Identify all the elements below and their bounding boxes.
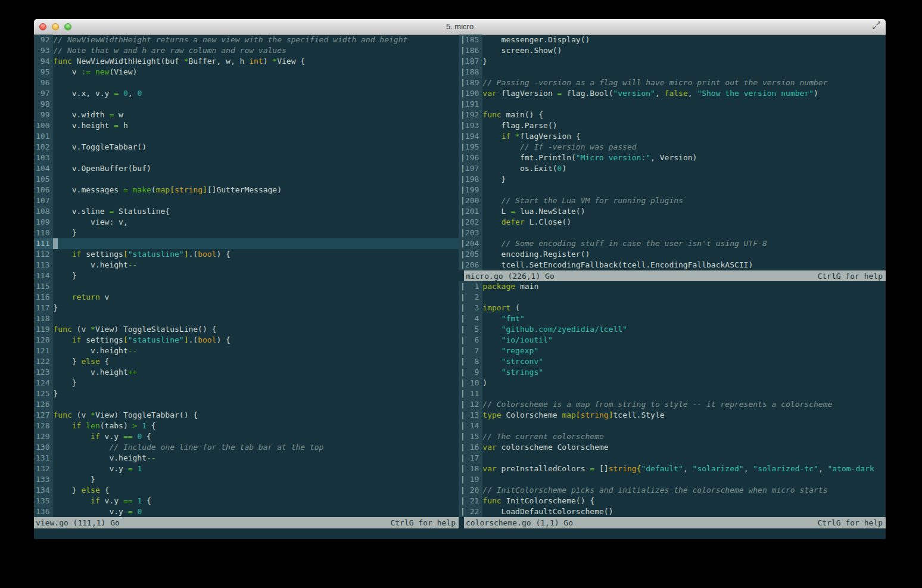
code-line[interactable]: |197 os.Exit(0) [459,163,886,174]
code-line[interactable]: 103 [34,153,459,163]
window-titlebar[interactable]: 5. micro ↗ ↙ [34,19,886,35]
code-line[interactable]: |188 [459,67,886,77]
editor-pane-micro-go[interactable]: |185 messenger.Display()|186 screen.Show… [459,35,886,270]
code-line[interactable]: 132 v.y = 1 [34,463,459,474]
code-line[interactable]: | 15// The current colorscheme [459,431,886,442]
code-line[interactable]: |206 tcell.SetEncodingFallback(tcell.Enc… [459,260,886,270]
code-line[interactable]: 126 [34,399,459,410]
code-line[interactable]: 104 v.OpenBuffer(buf) [34,163,459,174]
code-line[interactable]: 135 if v.y == 1 { [34,496,459,506]
code-line[interactable]: |204 // Some encoding stuff in case the … [459,238,886,249]
code-line[interactable]: | 7 "regexp" [459,346,886,356]
code-line[interactable]: |194 if *flagVersion { [459,131,886,142]
code-line[interactable]: | 10) [459,378,886,388]
token [482,357,501,366]
resize-arrows-icon[interactable]: ↗ ↙ [870,20,881,30]
code-line[interactable]: | 5 "github.com/zyedidia/tcell" [459,324,886,335]
code-line[interactable]: |190var flagVersion = flag.Bool("version… [459,88,886,99]
code-line[interactable]: 117} [34,303,459,313]
code-line[interactable]: | 11 [459,388,886,399]
code-line[interactable]: 92// NewViewWidthHeight returns a new vi… [34,35,459,45]
code-line[interactable]: 118 [34,313,459,324]
code-line[interactable]: 107 [34,195,459,206]
code-line[interactable]: |186 screen.Show() [459,45,886,56]
code-line[interactable]: | 8 "strconv" [459,356,886,367]
code-line[interactable]: 131 v.height-- [34,453,459,463]
code-line[interactable]: 123 v.height++ [34,367,459,378]
code-line[interactable]: | 4 "fmt" [459,313,886,324]
code-line[interactable]: |202 defer L.Close() [459,217,886,228]
code-line[interactable]: 109 view: v, [34,217,459,228]
split-divider-glyph: | [460,196,465,205]
code-line[interactable]: |205 encoding.Register() [459,249,886,260]
code-line[interactable]: |199 [459,185,886,195]
code-line[interactable]: |192func main() { [459,110,886,120]
code-line[interactable]: |203 [459,228,886,238]
code-line[interactable]: 96 [34,77,459,88]
code-line[interactable]: | 21func InitColorscheme() { [459,496,886,506]
code-line[interactable]: 134 } else { [34,485,459,496]
code-line[interactable]: | 19 [459,474,886,485]
code-line[interactable]: | 9 "strings" [459,367,886,378]
code-line[interactable]: 122 } else { [34,356,459,367]
code-line[interactable]: |185 messenger.Display() [459,35,886,45]
code-line[interactable]: | 17 [459,453,886,463]
token: false [665,89,688,98]
code-line[interactable]: 125} [34,388,459,399]
editor-pane-view-go[interactable]: 92// NewViewWidthHeight returns a new vi… [34,35,459,517]
code-line[interactable]: 127func (v *View) ToggleTabbar() { [34,410,459,421]
code-line[interactable]: |196 fmt.Println("Micro version:", Versi… [459,153,886,163]
code-line[interactable]: | 18var preInstalledColors = []string{"d… [459,463,886,474]
code-line[interactable]: | 2 [459,292,886,303]
code-line[interactable]: 105 [34,174,459,185]
code-line[interactable]: 111 [34,238,459,249]
code-line[interactable]: 94func NewViewWidthHeight(buf *Buffer, w… [34,56,459,67]
code-line[interactable]: 112 if settings["statusline"].(bool) { [34,249,459,260]
code-line[interactable]: 110 } [34,228,459,238]
code-line[interactable]: 136 v.y = 0 [34,506,459,517]
code-line[interactable]: | 16var colorscheme Colorscheme [459,442,886,453]
code-line[interactable]: 99 v.width = w [34,110,459,120]
code-line[interactable]: 98 [34,99,459,110]
code-line[interactable]: | 1package main [459,281,886,292]
code-line[interactable]: 93// Note that w and h are raw column an… [34,45,459,56]
editor-pane-colorscheme-go[interactable]: | 1package main| 2| 3import (| 4 "fmt"| … [459,281,886,517]
code-line[interactable]: | 22 LoadDefaultColorscheme() [459,506,886,517]
code-line[interactable]: 106 v.messages = make(map[string][]Gutte… [34,185,459,195]
code-line[interactable]: |198 } [459,174,886,185]
code-line[interactable]: 95 v := new(View) [34,67,459,77]
code-line[interactable]: 133 } [34,474,459,485]
code-line[interactable]: |201 L = lua.NewState() [459,206,886,217]
code-line[interactable]: |187} [459,56,886,67]
code-line[interactable]: |195 // If -version was passed [459,142,886,153]
code-line[interactable]: | 3import ( [459,303,886,313]
code-line[interactable]: 116 return v [34,292,459,303]
code-line[interactable]: 100 v.height = h [34,120,459,131]
code-line[interactable]: 108 v.sline = Statusline{ [34,206,459,217]
code-line[interactable]: 128 if len(tabs) > 1 { [34,421,459,431]
code-line[interactable]: |200 // Start the Lua VM for running plu… [459,195,886,206]
code-text: func InitColorscheme() { [482,496,594,505]
code-line[interactable]: 121 v.height-- [34,346,459,356]
code-line[interactable]: 120 if settings["statusline"].(bool) { [34,335,459,346]
token: if [91,432,100,441]
code-line[interactable]: |191 [459,99,886,110]
code-line[interactable]: 129 if v.y == 0 { [34,431,459,442]
code-line[interactable]: 119func (v *View) ToggleStatusLine() { [34,324,459,335]
code-line[interactable]: 113 v.height-- [34,260,459,270]
code-line[interactable]: |189// Passing -version as a flag will h… [459,77,886,88]
code-line[interactable]: | 13type Colorscheme map[string]tcell.St… [459,410,886,421]
code-line[interactable]: |193 flag.Parse() [459,120,886,131]
code-line[interactable]: 114 } [34,270,459,281]
code-line[interactable]: 102 v.ToggleTabbar() [34,142,459,153]
code-line[interactable]: | 14 [459,421,886,431]
code-line[interactable]: 130 // Include one line for the tab bar … [34,442,459,453]
code-line[interactable]: 124 } [34,378,459,388]
code-line[interactable]: | 6 "io/ioutil" [459,335,886,346]
code-line[interactable]: 97 v.x, v.y = 0, 0 [34,88,459,99]
code-line[interactable]: 115 [34,281,459,292]
code-line[interactable]: | 20// InitColorscheme picks and initial… [459,485,886,496]
code-line[interactable]: 101 [34,131,459,142]
token: package [482,282,515,291]
code-line[interactable]: | 12// Colorscheme is a map from string … [459,399,886,410]
